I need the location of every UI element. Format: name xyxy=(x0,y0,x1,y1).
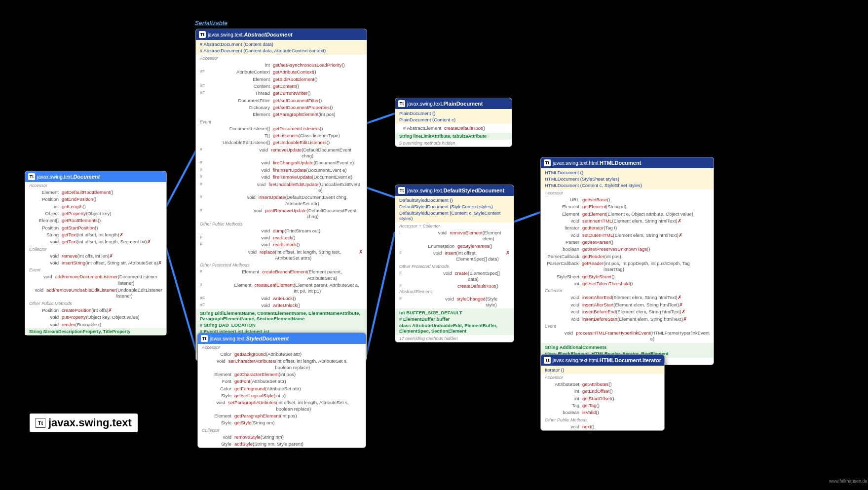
method-row: ElementgetCharacterElement (int pos) xyxy=(198,371,366,378)
method-row: #voidfireRemoveUpdate (DocumentEvent e) xyxy=(196,174,367,181)
method-row: intget/setTokenThreshold () xyxy=(541,280,714,287)
method-row: intget/setAsynchronousLoadPriority () xyxy=(196,62,367,69)
class-document: Ttjavax.swing.text.Document Accessor Ele… xyxy=(25,171,167,336)
method-row: Dictionaryget/setDocumentProperties () xyxy=(196,104,367,111)
method-row: voidinsertBeforeStart (Element elem, Str… xyxy=(541,316,714,323)
method-row: voidinsertAfterStart (Element elem, Stri… xyxy=(541,302,714,308)
method-row: Element[]getRootElements () xyxy=(25,217,166,224)
footer-link[interactable]: www.falkhausen.de xyxy=(829,479,868,484)
serializable-label: Serializable xyxy=(195,20,227,27)
method-row: DocumentListener[]getDocumentListeners (… xyxy=(196,125,367,132)
method-row: voidadd/removeUndoableEditListener (Undo… xyxy=(25,287,166,300)
method-row: voidprocessHTMLFrameHyperlinkEvent (HTML… xyxy=(541,330,714,343)
type-icon: Tt xyxy=(28,173,35,180)
method-row: voidreplace (int offset, int length, Str… xyxy=(196,249,367,262)
method-row: StyleaddStyle (String nm, Style parent) xyxy=(198,441,366,448)
method-row: voidputProperty (Object key, Object valu… xyxy=(25,314,166,321)
method-row: DocumentFilterget/setDocumentFilter () xyxy=(196,97,367,104)
method-row: EnumerationgetStyleNames () xyxy=(395,243,514,250)
method-row: voidinsertString (int offset, String str… xyxy=(25,260,166,266)
method-row: !voidremoveElement (Element elem) xyxy=(395,229,514,243)
method-row: #FvoidwriteLock () xyxy=(196,295,367,302)
method-row: T[]getListeners (Class listenerType) xyxy=(196,132,367,139)
method-row: intgetEndOffset () xyxy=(541,388,664,395)
method-row: voidnext () xyxy=(541,423,664,430)
method-row: #voidstyleChanged (Style style) xyxy=(395,296,514,309)
method-row: IteratorgetIterator (Tag t) xyxy=(541,225,714,231)
class-plain-document: Ttjavax.swing.text.PlainDocument PlainDo… xyxy=(395,98,512,147)
method-row: #FAttributeContextgetAttributeContext () xyxy=(196,69,367,75)
class-styled-document: Ttjavax.swing.text.StyledDocument Access… xyxy=(197,333,366,448)
method-row: ObjectgetProperty (Object key) xyxy=(25,210,166,217)
method-row: #voidcreate (ElementSpec[] data) xyxy=(395,270,514,283)
method-row: voidinsertAfterEnd (Element elem, String… xyxy=(541,294,714,301)
method-row: ColorgetForeground (AttributeSet attr) xyxy=(198,385,366,392)
method-row: StylegetStyle (String nm) xyxy=(198,419,366,426)
method-row: #ElementcreateLeafElement (Element paren… xyxy=(196,282,367,295)
method-row: ElementgetElement (Element e, Object att… xyxy=(541,211,714,218)
method-row: Styleget/setLogicalStyle (int p) xyxy=(198,392,366,399)
method-row: PositiongetStartPosition () xyxy=(25,225,166,231)
method-row: ElementgetParagraphElement (int pos) xyxy=(198,413,366,419)
package-title: Ttjavax.swing.text xyxy=(30,414,138,432)
method-row: #ElementcreateBranchElement (Element par… xyxy=(196,268,367,282)
method-row: PositioncreatePosition (int offs) ✗ xyxy=(25,307,166,314)
method-row: ColorgetBackground (AttributeSet attr) xyxy=(198,351,366,358)
method-row: voidremoveStyle (String nm) xyxy=(198,434,366,441)
class-abstract-document: Ttjavax.swing.text.AbstractDocument # Ab… xyxy=(195,29,367,361)
method-row: URLget/setBase () xyxy=(541,196,714,203)
svg-line-2 xyxy=(366,113,395,123)
section-accessor: Accessor xyxy=(25,182,166,189)
method-row: voidgetText (int offset, int length, Seg… xyxy=(25,238,166,245)
method-row: Parserget/setParser () xyxy=(541,239,714,246)
method-row: booleanisValid () xyxy=(541,409,664,416)
method-row: # AbstractElementcreateDefaultRoot () xyxy=(399,125,508,132)
method-row: voidsetParagraphAttributes (int offset, … xyxy=(198,399,366,413)
method-row: ElementgetParagraphElement (int pos) xyxy=(196,111,367,118)
method-row: ParserCallbackgetReader (int pos) xyxy=(541,253,714,260)
method-row: FvoidreadLock () xyxy=(196,234,367,241)
method-row: intgetStartOffset () xyxy=(541,395,664,402)
class-default-styled-document: Ttjavax.swing.text.DefaultStyledDocument… xyxy=(395,185,514,342)
svg-line-0 xyxy=(166,148,197,207)
method-row: # AbstractElementcreateDefaultRoot () xyxy=(395,283,514,295)
method-row: ParserCallbackgetReader (int pos, int po… xyxy=(541,260,714,273)
method-row: #voidfireChangedUpdate (DocumentEvent e) xyxy=(196,159,367,166)
header-abstract: Ttjavax.swing.text.AbstractDocument xyxy=(196,29,367,40)
fields-document: String StreamDescriptionProperty, TitleP… xyxy=(25,328,166,335)
type-icon: Tt xyxy=(199,31,206,38)
method-row: voidinsertBeforeEnd (Element elem, Strin… xyxy=(541,308,714,315)
method-row: FontgetFont (AttributeSet attr) xyxy=(198,378,366,385)
svg-line-3 xyxy=(366,188,395,197)
header-document: Ttjavax.swing.text.Document xyxy=(25,171,166,182)
method-row: booleanget/setPreservesUnknownTags () xyxy=(541,246,714,253)
method-row: voidrender (Runnable r) xyxy=(25,321,166,328)
method-row: voidsetCharacterAttributes (int offset, … xyxy=(198,358,366,371)
method-row: StyleSheetgetStyleSheet () xyxy=(541,273,714,280)
svg-line-4 xyxy=(365,232,395,360)
class-html-iterator: Ttjavax.swing.text.html.HTMLDocument.Ite… xyxy=(540,354,665,431)
method-row: #voidpostRemoveUpdate (DefaultDocumentEv… xyxy=(196,207,367,221)
method-row: UndoableEditListener[]getUndoableEditLis… xyxy=(196,139,367,146)
method-row: #voidremoveUpdate (DefaultDocumentEvent … xyxy=(196,147,367,160)
method-row: PositiongetEndPosition () xyxy=(25,196,166,203)
section-collector: Collector xyxy=(25,246,166,253)
method-row: #FThreadgetCurrentWriter () xyxy=(196,90,367,97)
method-row: #voidinsertUpdate (DefaultDocumentEvent … xyxy=(196,194,367,207)
method-row: intgetLength () xyxy=(25,203,166,210)
method-row: #FvoidwriteUnlock () xyxy=(196,302,367,309)
class-html-document: Ttjavax.swing.text.html.HTMLDocument HTM… xyxy=(540,157,714,365)
method-row: voidadd/removeDocumentListener (Document… xyxy=(25,273,166,287)
method-row: ElementgetBidiRootElement () xyxy=(196,76,367,83)
method-row: StringgetText (int offset, int length) ✗ xyxy=(25,231,166,238)
method-row: #FContentgetContent () xyxy=(196,83,367,90)
method-row: voidsetInnerHTML (Element elem, String h… xyxy=(541,218,714,225)
method-row: ElementgetElement (String id) xyxy=(541,203,714,210)
method-row: FvoidreadUnlock () xyxy=(196,241,367,248)
method-row: voiddump (PrintStream out) xyxy=(196,227,367,234)
method-row: voidremove (int offs, int len) ✗ xyxy=(25,253,166,260)
method-row: #voidinsert (int offset, ElementSpec[] d… xyxy=(395,250,514,263)
method-row: AttributeSetgetAttributes () xyxy=(541,381,664,388)
section-other-public: Other Public Methods xyxy=(25,300,166,307)
method-row: #voidfireInsertUpdate (DocumentEvent e) xyxy=(196,167,367,174)
